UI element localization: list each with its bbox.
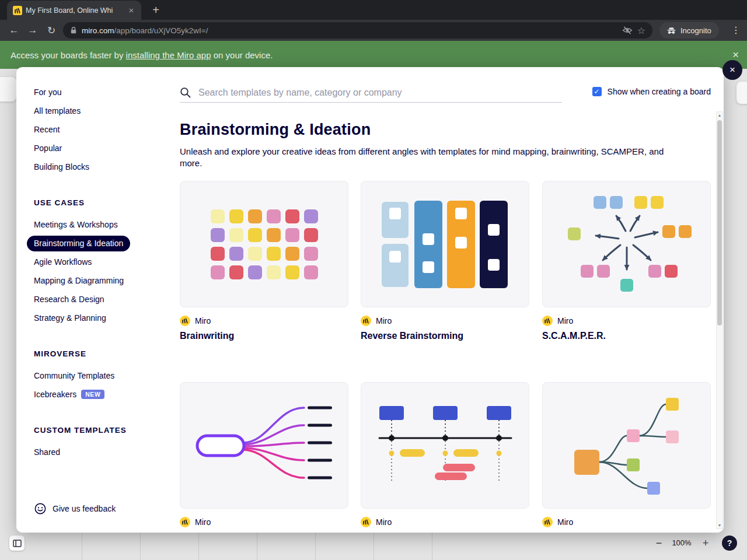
template-title[interactable]: S.C.A.M.P.E.R. bbox=[542, 331, 711, 341]
template-provider: Miro bbox=[557, 517, 573, 527]
use-cases-header: USE CASES bbox=[34, 194, 180, 212]
template-search bbox=[180, 83, 562, 103]
custom-templates-header: CUSTOM TEMPLATES bbox=[34, 421, 180, 440]
incognito-icon bbox=[667, 27, 676, 34]
template-card-reverse-brainstorming: Miro Reverse Brainstorming bbox=[361, 181, 529, 341]
frames-panel-button[interactable] bbox=[9, 536, 25, 551]
category-title: Brainstorming & Ideation bbox=[180, 121, 371, 139]
mind-map-thumbnail[interactable] bbox=[180, 382, 348, 509]
sidebar-item-meetings-workshops[interactable]: Meetings & Workshops bbox=[34, 215, 180, 234]
search-input[interactable] bbox=[198, 88, 562, 98]
sidebar-item-brainstorming-ideation[interactable]: Brainstorming & Ideation bbox=[34, 234, 180, 253]
tree-diagram-thumbnail[interactable] bbox=[542, 382, 711, 509]
url-bar[interactable]: miro.com/app/board/uXjVO5yk2wI=/ ☆ bbox=[63, 22, 652, 38]
scroll-up-icon[interactable]: ▲ bbox=[717, 113, 722, 117]
url-host: miro.com bbox=[82, 26, 114, 35]
help-button[interactable]: ? bbox=[722, 536, 737, 551]
board-grid-line bbox=[374, 533, 374, 560]
board-toolbar-fragment bbox=[0, 77, 16, 102]
give-feedback-button[interactable]: Give us feedback bbox=[34, 502, 116, 515]
sidebar-item-for-you[interactable]: For you bbox=[34, 83, 180, 102]
scrollbar-thumb[interactable] bbox=[717, 120, 722, 326]
forward-icon[interactable]: → bbox=[23, 24, 42, 36]
install-app-link[interactable]: installing the Miro app bbox=[126, 50, 211, 60]
browser-menu-icon[interactable]: ⋮ bbox=[728, 22, 743, 38]
miro-logo-icon bbox=[180, 316, 190, 326]
zoom-out-button[interactable]: − bbox=[651, 536, 666, 551]
template-content: ✓ Show when creating a board Brainstormi… bbox=[180, 67, 724, 533]
sidebar-item-agile-workflows[interactable]: Agile Workflows bbox=[34, 253, 180, 271]
zoom-in-button[interactable]: + bbox=[698, 536, 713, 551]
sidebar-item-mapping-diagramming[interactable]: Mapping & Diagramming bbox=[34, 271, 180, 290]
category-description: Unleash and explore your creative ideas … bbox=[180, 146, 673, 169]
template-sidebar: For you All templates Recent Popular Bui… bbox=[16, 67, 180, 533]
selected-pill[interactable]: Brainstorming & Ideation bbox=[27, 236, 130, 251]
reload-icon[interactable]: ↻ bbox=[42, 24, 61, 37]
feedback-smiley-icon bbox=[34, 502, 47, 515]
new-tab-button[interactable]: + bbox=[148, 3, 163, 18]
new-badge: NEW bbox=[81, 390, 104, 399]
board-grid-line bbox=[315, 533, 316, 560]
template-provider: Miro bbox=[195, 316, 211, 326]
sidebar-item-all-templates[interactable]: All templates bbox=[34, 102, 180, 120]
bookmark-star-icon[interactable]: ☆ bbox=[637, 25, 645, 36]
scroll-down-icon[interactable]: ▼ bbox=[717, 523, 722, 527]
url-path: /app/board/uXjVO5yk2wI=/ bbox=[114, 26, 208, 35]
sidebar-item-recent[interactable]: Recent bbox=[34, 120, 180, 139]
template-picker-modal: For you All templates Recent Popular Bui… bbox=[16, 67, 724, 533]
lock-icon[interactable] bbox=[70, 26, 77, 34]
template-provider: Miro bbox=[195, 517, 211, 527]
modal-scrollbar[interactable]: ▲ ▼ bbox=[716, 111, 723, 529]
tab-title: My First Board, Online Whi bbox=[26, 6, 123, 15]
template-card-brainwriting: Miro Brainwriting bbox=[180, 181, 348, 341]
sidebar-item-research-design[interactable]: Research & Design bbox=[34, 290, 180, 309]
show-when-creating-checkbox[interactable]: ✓ bbox=[592, 87, 602, 96]
miro-logo-icon bbox=[180, 517, 190, 527]
show-when-creating-row: ✓ Show when creating a board bbox=[592, 87, 711, 96]
incognito-label: Incognito bbox=[680, 26, 711, 35]
screen: My First Board, Online Whi × + ← → ↻ mir… bbox=[0, 0, 747, 560]
browser-tab-strip: My First Board, Online Whi × + bbox=[0, 0, 747, 20]
template-card-timeline: Miro bbox=[361, 382, 529, 532]
sidebar-item-popular[interactable]: Popular bbox=[34, 139, 180, 158]
miro-favicon-icon bbox=[13, 6, 22, 15]
zoom-level[interactable]: 100% bbox=[669, 536, 694, 551]
scamper-thumbnail[interactable] bbox=[542, 181, 711, 307]
tab-close-icon[interactable]: × bbox=[126, 5, 137, 15]
timeline-thumbnail[interactable] bbox=[361, 382, 529, 509]
miroverse-header: MIROVERSE bbox=[34, 345, 180, 363]
template-card-scamper: Miro S.C.A.M.P.E.R. bbox=[542, 181, 711, 341]
modal-close-button[interactable]: × bbox=[722, 60, 742, 80]
frames-icon bbox=[13, 540, 22, 547]
browser-tab[interactable]: My First Board, Online Whi × bbox=[7, 1, 141, 20]
miro-logo-icon bbox=[542, 316, 553, 326]
show-when-creating-label: Show when creating a board bbox=[608, 87, 711, 96]
sidebar-item-building-blocks[interactable]: Building Blocks bbox=[34, 158, 180, 176]
install-app-banner: Access your boards faster by installing … bbox=[0, 41, 747, 69]
sidebar-item-shared[interactable]: Shared bbox=[34, 443, 180, 461]
banner-text: Access your boards faster by installing … bbox=[11, 50, 273, 60]
template-provider: Miro bbox=[557, 316, 573, 326]
template-provider: Miro bbox=[376, 316, 392, 326]
back-icon[interactable]: ← bbox=[5, 24, 23, 36]
board-grid-line bbox=[432, 533, 432, 560]
eye-blocked-icon[interactable] bbox=[622, 26, 633, 34]
template-title[interactable]: Brainwriting bbox=[180, 331, 348, 341]
brainwriting-thumbnail[interactable] bbox=[180, 181, 348, 307]
miro-logo-icon bbox=[542, 517, 553, 527]
board-panel-fragment bbox=[736, 82, 747, 104]
sidebar-item-community-templates[interactable]: Community Templates bbox=[34, 366, 180, 385]
template-provider: Miro bbox=[376, 517, 392, 527]
incognito-badge: Incognito bbox=[659, 22, 719, 38]
miro-logo-icon bbox=[361, 517, 371, 527]
sidebar-item-strategy-planning[interactable]: Strategy & Planning bbox=[34, 309, 180, 327]
feedback-label: Give us feedback bbox=[53, 504, 116, 513]
url-text: miro.com/app/board/uXjVO5yk2wI=/ bbox=[82, 25, 208, 36]
template-card-tree-diagram: Miro bbox=[542, 382, 711, 532]
reverse-brainstorming-thumbnail[interactable] bbox=[361, 181, 529, 307]
search-icon bbox=[180, 87, 191, 99]
board-grid-line bbox=[140, 533, 141, 560]
sidebar-item-icebreakers[interactable]: IcebreakersNEW bbox=[34, 385, 180, 404]
template-title[interactable]: Reverse Brainstorming bbox=[361, 331, 529, 341]
board-grid-line bbox=[257, 533, 257, 560]
